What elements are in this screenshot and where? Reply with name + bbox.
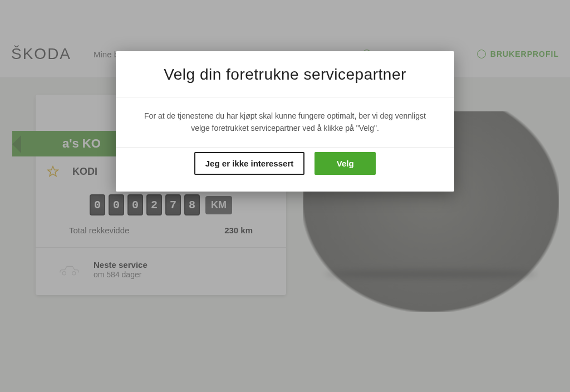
modal-actions: Jeg er ikke interessert Velg: [116, 148, 454, 192]
modal-title: Velg din foretrukne servicepartner: [116, 51, 454, 97]
select-service-partner-modal: Velg din foretrukne servicepartner For a…: [116, 51, 454, 192]
dismiss-button[interactable]: Jeg er ikke interessert: [194, 152, 304, 175]
confirm-button[interactable]: Velg: [315, 152, 376, 175]
modal-body: For at de tjenestene du har kjøpt skal k…: [116, 97, 454, 147]
